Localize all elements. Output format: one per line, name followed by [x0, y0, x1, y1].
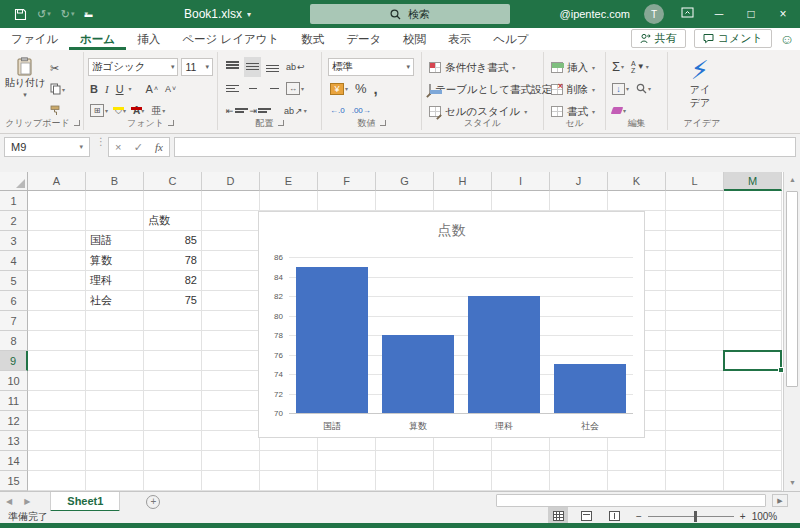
row-header-1[interactable]: 1 — [0, 191, 28, 211]
cell-H1[interactable] — [434, 191, 492, 211]
row-header-7[interactable]: 7 — [0, 311, 28, 331]
column-header-F[interactable]: F — [318, 172, 376, 191]
cell-L5[interactable] — [666, 271, 724, 291]
comma-style-button[interactable]: , — [372, 79, 380, 99]
clipboard-group-label[interactable]: クリップボード — [2, 117, 83, 130]
row-header-11[interactable]: 11 — [0, 391, 28, 411]
cell-C12[interactable] — [144, 411, 202, 431]
row-header-10[interactable]: 10 — [0, 371, 28, 391]
wrap-text-button[interactable]: ab↩ — [284, 57, 307, 77]
cell-C13[interactable] — [144, 431, 202, 451]
insert-cells-button[interactable]: 挿入▾ — [548, 57, 601, 78]
cell-C10[interactable] — [144, 371, 202, 391]
ribbon-display-options-button[interactable] — [678, 7, 696, 21]
cell-C14[interactable] — [144, 451, 202, 471]
column-header-H[interactable]: H — [434, 172, 492, 191]
ideas-button[interactable]: ⚡ アイデア — [668, 52, 732, 116]
bar-chart[interactable]: 点数707274767880828486国語算数理科社会 — [258, 211, 645, 438]
cell-A12[interactable] — [28, 411, 86, 431]
cell-D5[interactable] — [202, 271, 260, 291]
selected-cell-M9[interactable] — [723, 350, 782, 371]
account-email[interactable]: @ipentec.com — [560, 8, 630, 20]
cell-M6[interactable] — [724, 291, 782, 311]
cell-L6[interactable] — [666, 291, 724, 311]
align-middle-button[interactable] — [244, 57, 261, 77]
fill-handle[interactable] — [778, 367, 784, 373]
font-group-label[interactable]: フォント — [84, 117, 217, 130]
cell-B5[interactable]: 理科 — [86, 271, 144, 291]
cell-G15[interactable] — [376, 471, 434, 491]
cell-B11[interactable] — [86, 391, 144, 411]
zoom-slider[interactable] — [648, 516, 734, 517]
cell-H14[interactable] — [434, 451, 492, 471]
cell-A3[interactable] — [28, 231, 86, 251]
column-header-D[interactable]: D — [202, 172, 260, 191]
row-header-9[interactable]: 9 — [0, 351, 28, 371]
copy-button[interactable]: ▾ — [48, 79, 67, 99]
number-group-label[interactable]: 数値 — [322, 117, 421, 130]
cell-M13[interactable] — [724, 431, 782, 451]
tab-r3[interactable]: ページ レイアウト — [171, 28, 290, 50]
cancel-entry-button[interactable]: × — [115, 141, 121, 153]
cell-D11[interactable] — [202, 391, 260, 411]
cell-B4[interactable]: 算数 — [86, 251, 144, 271]
maximize-button[interactable]: □ — [742, 7, 760, 21]
tab-r4[interactable]: 数式 — [290, 28, 335, 50]
column-header-M[interactable]: M — [724, 172, 782, 191]
save-button[interactable] — [10, 3, 31, 25]
column-header-I[interactable]: I — [492, 172, 550, 191]
cell-A7[interactable] — [28, 311, 86, 331]
cell-L8[interactable] — [666, 331, 724, 351]
cell-B1[interactable] — [86, 191, 144, 211]
cell-I15[interactable] — [492, 471, 550, 491]
cell-B10[interactable] — [86, 371, 144, 391]
cell-A5[interactable] — [28, 271, 86, 291]
cell-L12[interactable] — [666, 411, 724, 431]
formula-bar-grip[interactable]: ⋮ — [96, 139, 106, 144]
cell-E1[interactable] — [260, 191, 318, 211]
cell-B12[interactable] — [86, 411, 144, 431]
tab-r2[interactable]: 挿入 — [126, 28, 171, 50]
column-header-J[interactable]: J — [550, 172, 608, 191]
cell-C3[interactable]: 85 — [144, 231, 202, 251]
cell-A8[interactable] — [28, 331, 86, 351]
cell-F14[interactable] — [318, 451, 376, 471]
cell-M5[interactable] — [724, 271, 782, 291]
cell-M2[interactable] — [724, 211, 782, 231]
cell-L14[interactable] — [666, 451, 724, 471]
cell-C1[interactable] — [144, 191, 202, 211]
find-select-button[interactable]: ▾ — [634, 79, 653, 99]
align-top-button[interactable] — [224, 57, 241, 77]
bar-社会[interactable] — [554, 364, 626, 413]
cell-L10[interactable] — [666, 371, 724, 391]
cell-M10[interactable] — [724, 371, 782, 391]
scroll-up-icon[interactable]: ▲ — [784, 172, 800, 188]
number-format-combo[interactable]: 標準▾ — [328, 58, 414, 76]
bar-算数[interactable] — [382, 335, 454, 413]
cell-L9[interactable] — [666, 351, 724, 371]
row-header-6[interactable]: 6 — [0, 291, 28, 311]
row-header-12[interactable]: 12 — [0, 411, 28, 431]
cell-M3[interactable] — [724, 231, 782, 251]
cell-K14[interactable] — [608, 451, 666, 471]
cell-I1[interactable] — [492, 191, 550, 211]
confirm-entry-button[interactable]: ✓ — [134, 141, 143, 154]
next-sheet-icon[interactable]: ▶ — [18, 497, 36, 506]
align-right-button[interactable] — [264, 79, 281, 99]
sheet-tab-sheet1[interactable]: Sheet1 — [50, 492, 120, 512]
zoom-slider-thumb[interactable] — [694, 511, 697, 522]
cell-D8[interactable] — [202, 331, 260, 351]
cell-C15[interactable] — [144, 471, 202, 491]
cell-B15[interactable] — [86, 471, 144, 491]
row-header-2[interactable]: 2 — [0, 211, 28, 231]
cut-button[interactable]: ✂ — [48, 58, 67, 78]
column-header-G[interactable]: G — [376, 172, 434, 191]
cell-K15[interactable] — [608, 471, 666, 491]
cell-D14[interactable] — [202, 451, 260, 471]
feedback-smiley-icon[interactable]: ☺ — [780, 31, 794, 47]
zoom-in-button[interactable]: + — [740, 511, 746, 522]
cell-C4[interactable]: 78 — [144, 251, 202, 271]
cell-A10[interactable] — [28, 371, 86, 391]
cell-A1[interactable] — [28, 191, 86, 211]
cell-H15[interactable] — [434, 471, 492, 491]
